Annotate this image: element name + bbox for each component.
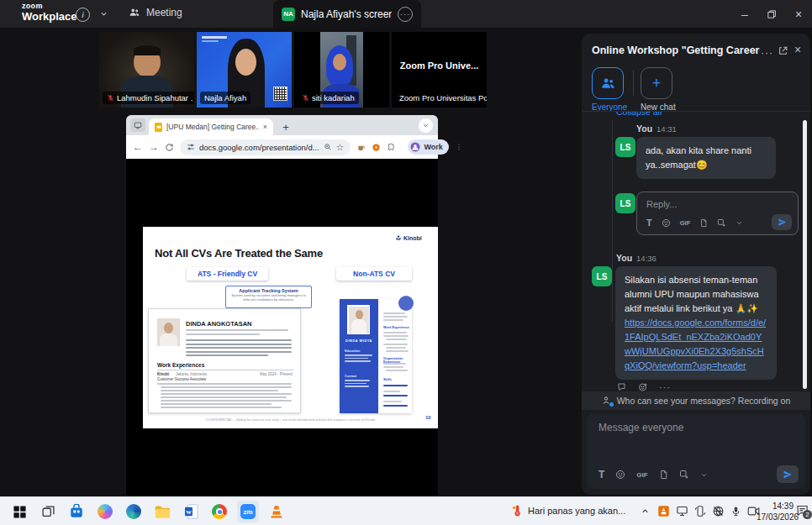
clock[interactable]: 14:39 17/03/2026 [757, 501, 794, 522]
gif-icon[interactable]: GIF [636, 471, 647, 479]
message-composer[interactable]: Message everyone T GIF [587, 413, 805, 489]
weather-widget[interactable]: Hari panas yang akan... [511, 504, 625, 517]
tray-expand-chevron[interactable] [641, 507, 650, 516]
chat-menu-icon[interactable]: ··· [761, 47, 773, 59]
attach-file-icon[interactable] [699, 218, 708, 228]
msg1-bubble[interactable]: ada, akan kita share nanti ya..semagat😊 [636, 137, 776, 179]
tray-no-internet-icon[interactable] [712, 505, 725, 517]
reply-input-box[interactable]: Reply... T GIF [636, 192, 799, 235]
microsoft-store-icon[interactable] [66, 501, 87, 522]
temperature-icon [511, 504, 523, 517]
attach-file-icon[interactable] [659, 470, 668, 480]
pop-out-icon[interactable] [778, 45, 788, 56]
add-reaction-icon[interactable] [638, 382, 648, 391]
video-tile-siti[interactable]: siti kadariah [294, 32, 389, 108]
tab-meeting[interactable]: Meeting [129, 7, 182, 18]
tune-icon[interactable] [187, 143, 195, 151]
close-chat-icon[interactable]: × [794, 43, 801, 56]
vlc-icon[interactable] [266, 501, 287, 522]
tray-cast-icon[interactable] [676, 505, 688, 517]
tab-options-icon[interactable]: ··· [398, 7, 413, 22]
chrome-icon[interactable] [208, 501, 230, 522]
cv-right-blue-panel: DINDA WIDYA Education Contact [340, 299, 378, 413]
extension-cup-icon[interactable] [356, 143, 366, 152]
quote-reply-icon[interactable] [617, 382, 627, 391]
task-view-button[interactable] [37, 501, 59, 522]
participant-name: Zoom Pro Universitas Po... [399, 93, 487, 102]
close-window-button[interactable]: × [790, 6, 807, 23]
gif-icon[interactable]: GIF [680, 219, 691, 227]
emoji-icon[interactable] [615, 470, 625, 480]
tray-phone-link-icon[interactable] [694, 505, 706, 517]
info-icon[interactable]: i [76, 8, 90, 22]
cv-left-company: Kinobi [157, 372, 169, 376]
msg1-sender: You [636, 123, 652, 134]
video-tile-zoom-pro[interactable]: Zoom Pro Unive... Zoom Pro Universitas P… [392, 32, 487, 108]
reply-send-button[interactable] [772, 214, 792, 230]
send-button[interactable] [777, 465, 799, 483]
zoom-app-icon[interactable]: zm [237, 501, 259, 522]
tray-orange-app-icon[interactable] [657, 505, 670, 517]
msg1-avatar: LS [615, 137, 635, 157]
browser-tab-active[interactable]: [UPU Medan] Getting Caree... × [149, 118, 273, 135]
new-chat-button[interactable]: + New chat [641, 67, 676, 112]
kinobi-logo-icon [395, 234, 402, 241]
back-icon[interactable]: ← [133, 141, 143, 153]
video-tile-lahmudin[interactable]: Lahmudin Sipahutar . [99, 32, 194, 108]
start-button[interactable] [8, 501, 30, 522]
tray-microphone-icon[interactable] [730, 505, 741, 517]
address-bar[interactable]: docs.google.com/presentation/d... ☆ [180, 139, 351, 155]
copilot-icon[interactable] [94, 501, 116, 522]
zoom-page-icon[interactable] [324, 143, 332, 151]
kinobi-logo-text: Kinobi [403, 235, 422, 241]
privacy-bar[interactable]: Who can see your messages? Recording on [582, 391, 810, 410]
notification-center-button[interactable]: 2 [796, 504, 809, 517]
more-options-chevron-icon[interactable] [700, 471, 708, 479]
absence-form-link[interactable]: https://docs.google.com/forms/d/e/1FAIpQ… [625, 318, 766, 370]
non-ats-pill: Non-ATS CV [336, 267, 412, 281]
slide-title: Not All CVs Are Treated the Same [155, 247, 323, 260]
chevron-down-icon[interactable] [99, 9, 108, 18]
new-tab-icon[interactable]: + [279, 120, 293, 134]
minimize-button[interactable]: – [736, 6, 753, 23]
profile-button[interactable]: Work [408, 139, 448, 155]
name-label: Lahmudin Sipahutar . [103, 92, 194, 104]
word-icon[interactable]: W [180, 501, 202, 522]
bookmark-star-icon[interactable]: ☆ [336, 142, 345, 153]
msg2-text: Silakan isi absensi teman-teman alumni U… [625, 275, 759, 313]
message-more-icon[interactable]: ··· [659, 382, 671, 391]
tab-search-icon[interactable] [130, 118, 145, 132]
everyone-chat-button[interactable]: Everyone [592, 67, 627, 112]
najla-face [235, 49, 256, 76]
extension-orange-icon[interactable] [372, 143, 381, 152]
logo-text-zoom: zoom [22, 3, 77, 10]
privacy-person-icon [602, 396, 612, 406]
tabstrip-chevron-icon[interactable] [419, 118, 433, 133]
cv-left-role: Customer Success Associate [157, 377, 206, 381]
edge-icon[interactable] [123, 501, 145, 522]
reload-icon[interactable] [165, 143, 174, 152]
screenshot-icon[interactable] [679, 470, 689, 480]
browser-menu-icon[interactable] [455, 143, 463, 151]
collapse-all-link[interactable]: Collapse all [616, 112, 662, 117]
forward-icon[interactable]: → [149, 141, 159, 153]
mic-off-icon [302, 94, 309, 102]
extensions-puzzle-icon[interactable] [387, 143, 396, 152]
screenshot-icon[interactable] [717, 218, 726, 228]
file-explorer-icon[interactable] [151, 501, 173, 522]
msg2-bubble[interactable]: Silakan isi absensi teman-teman alumni U… [615, 266, 777, 380]
tab-najla-screen[interactable]: NA Najla Afiyah's screen ··· [273, 0, 421, 28]
format-text-icon[interactable]: T [598, 469, 604, 480]
zoom-workplace-window: zoom Workplace i Meeting NA Najla Afiyah… [0, 0, 812, 525]
video-tile-najla[interactable]: Najla Afiyah [197, 32, 292, 108]
reply-toolbar: T GIF [646, 218, 743, 228]
format-text-icon[interactable]: T [646, 218, 652, 228]
chat-scrollbar[interactable] [803, 120, 807, 389]
chat-buttons-divider [633, 71, 634, 96]
meeting-people-icon [129, 7, 140, 18]
emoji-icon[interactable] [662, 218, 671, 228]
more-options-chevron-icon[interactable] [736, 219, 743, 227]
restore-button[interactable] [763, 6, 780, 23]
tab-close-icon[interactable]: × [263, 123, 267, 131]
msg2-avatar: LS [592, 266, 612, 286]
